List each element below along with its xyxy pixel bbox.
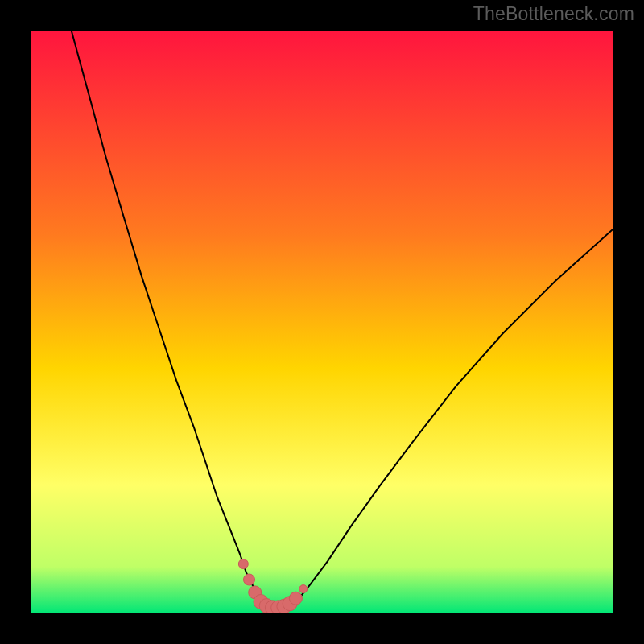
plot-area (31, 31, 613, 613)
curve-marker (244, 574, 255, 585)
watermark-text: TheBottleneck.com (473, 3, 634, 25)
bottleneck-chart (31, 31, 613, 613)
gradient-background (31, 31, 613, 613)
curve-marker (299, 585, 308, 593)
curve-marker (238, 559, 248, 569)
chart-frame: TheBottleneck.com (0, 0, 644, 644)
curve-marker (289, 592, 302, 605)
